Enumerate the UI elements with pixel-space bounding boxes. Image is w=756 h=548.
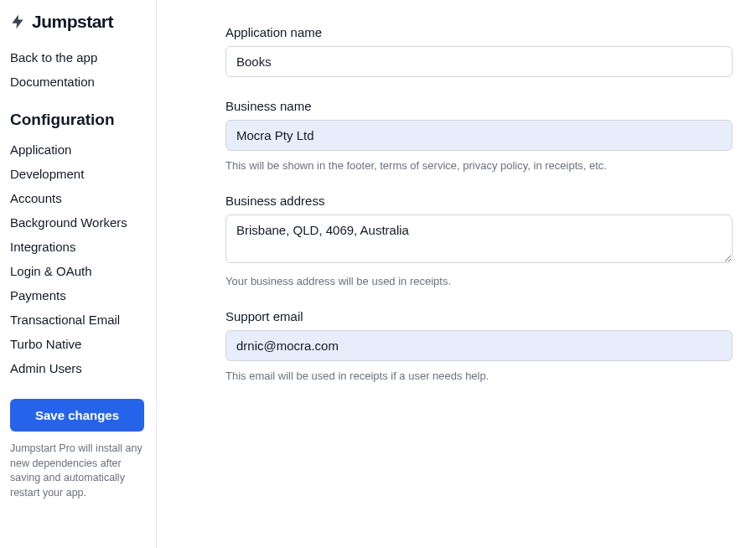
sidebar-item-transactional-email[interactable]: Transactional Email [10,308,146,332]
main-content: Application name Business name This will… [157,0,756,548]
business-address-group: Business address Your business address w… [225,194,733,287]
sidebar: Jumpstart Back to the app Documentation … [0,0,157,548]
business-address-help: Your business address will be used in re… [225,275,733,287]
support-email-group: Support email This email will be used in… [225,309,733,382]
support-email-help: This email will be used in receipts if a… [225,370,733,382]
configuration-nav: Application Development Accounts Backgro… [10,137,146,380]
application-name-input[interactable] [225,46,733,77]
business-name-group: Business name This will be shown in the … [225,99,733,172]
business-address-label: Business address [225,194,733,208]
sidebar-item-login-oauth[interactable]: Login & OAuth [10,259,146,283]
sidebar-item-development[interactable]: Development [10,162,146,186]
logo: Jumpstart [8,12,146,32]
save-changes-button[interactable]: Save changes [10,399,144,432]
sidebar-item-integrations[interactable]: Integrations [10,235,146,259]
save-note: Jumpstart Pro will install any new depen… [10,442,144,500]
application-name-label: Application name [225,25,733,39]
support-email-label: Support email [225,309,733,323]
sidebar-item-application[interactable]: Application [10,137,146,162]
configuration-header: Configuration [10,111,146,129]
sidebar-item-background-workers[interactable]: Background Workers [10,210,146,235]
business-address-input[interactable] [225,215,733,263]
logo-text: Jumpstart [32,12,113,32]
documentation-link[interactable]: Documentation [10,71,146,92]
sidebar-item-admin-users[interactable]: Admin Users [10,356,146,380]
support-email-input[interactable] [225,330,733,361]
sidebar-item-payments[interactable]: Payments [10,283,146,308]
business-name-input[interactable] [225,120,733,151]
sidebar-item-accounts[interactable]: Accounts [10,186,146,210]
back-to-app-link[interactable]: Back to the app [10,47,146,68]
business-name-label: Business name [225,99,733,113]
sidebar-item-turbo-native[interactable]: Turbo Native [10,332,146,356]
business-name-help: This will be shown in the footer, terms … [225,159,733,172]
lightning-icon [8,13,27,31]
application-name-group: Application name [225,25,733,77]
